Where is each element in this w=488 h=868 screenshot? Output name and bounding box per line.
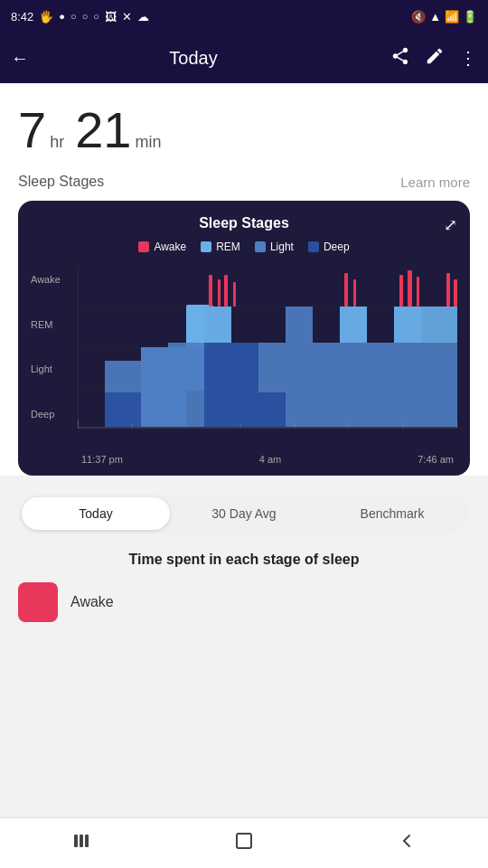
x-label-end: 7:46 am	[418, 454, 454, 465]
hours-label: hr	[50, 133, 64, 152]
deep-color	[308, 241, 319, 252]
chart-title: Sleep Stages	[31, 215, 457, 231]
chart-plot-area: Awake REM Light Deep	[31, 266, 457, 465]
wifi-icon: ▲	[429, 10, 441, 24]
svg-rect-40	[74, 835, 78, 847]
hand-icon: 🖐	[39, 10, 53, 24]
svg-rect-25	[399, 275, 403, 307]
ring-icon2: ○	[82, 11, 89, 22]
svg-rect-27	[417, 277, 419, 307]
tab-today[interactable]: Today	[22, 497, 170, 530]
x-icon: ✕	[122, 10, 132, 24]
light-color	[255, 241, 266, 252]
svg-rect-42	[85, 835, 89, 847]
bottom-nav	[0, 817, 488, 868]
sleep-stages-header: Sleep Stages Learn more	[18, 174, 470, 190]
sleep-stages-chart: Sleep Stages ⤢ Awake REM Light Deep	[18, 201, 470, 476]
y-label-light: Light	[31, 364, 61, 374]
tab-benchmark[interactable]: Benchmark	[318, 497, 466, 530]
learn-more-link[interactable]: Learn more	[400, 175, 470, 190]
notification-icon: ●	[59, 11, 65, 22]
legend-awake: Awake	[138, 241, 186, 253]
sleep-time-display: 7 hr 21 min	[18, 98, 470, 174]
rem-color	[201, 241, 211, 252]
awake-label: Awake	[154, 241, 186, 253]
svg-marker-22	[421, 307, 457, 343]
y-label-awake: Awake	[31, 275, 61, 285]
view-tabs: Today 30 Day Avg Benchmark	[18, 494, 470, 533]
awake-color	[138, 241, 149, 252]
svg-marker-10	[105, 392, 141, 427]
svg-rect-28	[446, 273, 450, 307]
y-label-deep: Deep	[31, 410, 61, 420]
legend-light: Light	[255, 241, 294, 253]
page-title: Today	[7, 48, 380, 69]
status-left: 8:42 🖐 ● ○ ○ ○ 🖼 ✕ ☁	[11, 10, 149, 24]
svg-rect-23	[344, 273, 348, 307]
more-button[interactable]: ⋮	[459, 47, 477, 69]
svg-marker-20	[340, 307, 367, 343]
awake-color-block	[18, 582, 58, 622]
svg-marker-21	[394, 307, 421, 343]
minutes-label: min	[135, 133, 161, 152]
svg-rect-24	[353, 279, 356, 307]
back-nav-icon[interactable]	[396, 830, 418, 857]
svg-rect-17	[224, 275, 228, 307]
edit-button[interactable]	[425, 46, 445, 71]
battery-icon: 🔋	[463, 10, 477, 24]
svg-rect-41	[80, 835, 83, 847]
home-icon[interactable]	[233, 830, 255, 857]
chart-svg-container	[78, 266, 457, 429]
x-label-start: 11:37 pm	[81, 454, 123, 465]
ring-icon3: ○	[93, 11, 99, 22]
sleep-stages-title: Sleep Stages	[18, 174, 104, 190]
svg-marker-30	[258, 392, 286, 427]
svg-marker-13	[204, 307, 231, 343]
time-spent-title: Time spent in each stage of sleep	[18, 552, 470, 568]
tab-30day[interactable]: 30 Day Avg	[170, 497, 318, 530]
svg-rect-15	[209, 275, 212, 307]
legend-rem: REM	[201, 241, 240, 253]
svg-rect-29	[454, 279, 457, 307]
ring-icon1: ○	[70, 11, 77, 22]
share-button[interactable]	[390, 46, 410, 71]
image-icon: 🖼	[105, 10, 117, 24]
expand-icon[interactable]: ⤢	[444, 215, 457, 235]
nav-icons: ⋮	[390, 46, 477, 71]
svg-rect-16	[218, 279, 221, 307]
stage-item-awake: Awake	[18, 582, 470, 622]
rem-label: REM	[216, 241, 240, 253]
x-label-mid: 4 am	[259, 454, 281, 465]
deep-label: Deep	[324, 241, 350, 253]
svg-rect-18	[233, 282, 236, 307]
chart-legend: Awake REM Light Deep	[31, 241, 457, 253]
status-right: 🔇 ▲ 📶 🔋	[411, 10, 477, 24]
cloud-icon: ☁	[137, 10, 149, 24]
sleep-chart-svg	[78, 266, 457, 429]
awake-stage-label: Awake	[70, 594, 114, 610]
chart-y-axis: Awake REM Light Deep	[31, 266, 61, 429]
time-spent-section: Time spent in each stage of sleep Awake	[0, 552, 488, 622]
sleep-hours: 7	[18, 105, 46, 156]
svg-rect-26	[408, 270, 412, 307]
sleep-minutes: 21	[75, 105, 131, 156]
status-time: 8:42	[11, 10, 33, 24]
light-label: Light	[270, 241, 294, 253]
content-area: 7 hr 21 min Sleep Stages Learn more Slee…	[0, 83, 488, 476]
menu-icon[interactable]	[70, 830, 92, 857]
chart-x-axis: 11:37 pm 4 am 7:46 am	[78, 454, 457, 465]
svg-rect-43	[237, 834, 251, 848]
status-bar: 8:42 🖐 ● ○ ○ ○ 🖼 ✕ ☁ 🔇 ▲ 📶 🔋	[0, 0, 488, 33]
svg-marker-12	[204, 343, 258, 427]
y-label-rem: REM	[31, 320, 61, 330]
top-nav: ← Today ⋮	[0, 33, 488, 83]
legend-deep: Deep	[308, 241, 350, 253]
signal-icon: 📶	[445, 10, 459, 24]
mute-icon: 🔇	[411, 10, 426, 24]
